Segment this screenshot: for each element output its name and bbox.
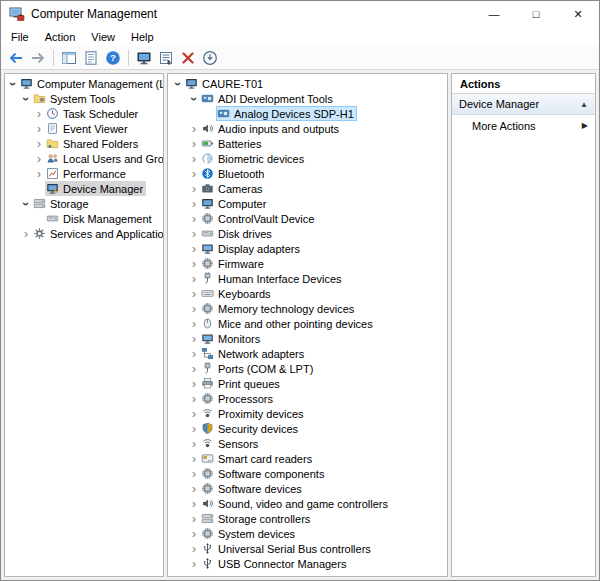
tree-item-computer[interactable]: ›Computer (168, 196, 447, 211)
help-button[interactable]: ? (103, 48, 123, 68)
menu-file[interactable]: File (3, 31, 37, 43)
chevron-collapsed-icon[interactable]: › (20, 227, 32, 241)
tree-item-system-tools[interactable]: ›System Tools (5, 91, 163, 106)
tree-item-software-components[interactable]: ›Software components (168, 466, 447, 481)
tree-item-device-manager[interactable]: Device Manager (5, 181, 163, 196)
chevron-collapsed-icon[interactable]: › (33, 107, 45, 121)
chevron-collapsed-icon[interactable]: › (188, 212, 200, 226)
minimize-button[interactable]: — (473, 1, 515, 27)
chevron-collapsed-icon[interactable]: › (188, 182, 200, 196)
chevron-collapsed-icon[interactable]: › (188, 452, 200, 466)
tree-item-security-devices[interactable]: ›Security devices (168, 421, 447, 436)
tree-item-content[interactable]: Processors (200, 391, 276, 406)
chevron-collapsed-icon[interactable]: › (33, 137, 45, 151)
tree-item-system-devices[interactable]: ›System devices (168, 526, 447, 541)
tree-item-content[interactable]: CAURE-T01 (184, 76, 266, 91)
tree-item-content[interactable]: Batteries (200, 136, 264, 151)
tree-item-content[interactable]: System Tools (32, 91, 118, 106)
chevron-expanded-icon[interactable]: › (19, 198, 33, 210)
chevron-expanded-icon[interactable]: › (171, 78, 185, 90)
chevron-collapsed-icon[interactable]: › (188, 347, 200, 361)
tree-item-content[interactable]: Keyboards (200, 286, 274, 301)
tree-item-computer-management-local[interactable]: ›Computer Management (Local (5, 76, 163, 91)
chevron-collapsed-icon[interactable]: › (188, 377, 200, 391)
scan-for-hardware-changes-button[interactable] (200, 48, 220, 68)
chevron-expanded-icon[interactable]: › (6, 78, 20, 90)
tree-item-controlvault-device[interactable]: ›ControlVault Device (168, 211, 447, 226)
tree-item-content[interactable]: Task Scheduler (45, 106, 141, 121)
menu-help[interactable]: Help (123, 31, 162, 43)
tree-item-disk-drives[interactable]: ›Disk drives (168, 226, 447, 241)
chevron-collapsed-icon[interactable]: › (188, 332, 200, 346)
tree-item-task-scheduler[interactable]: ›Task Scheduler (5, 106, 163, 121)
tree-item-content[interactable]: Shared Folders (45, 136, 141, 151)
tree-item-content[interactable]: Storage (32, 196, 92, 211)
properties-button[interactable] (156, 48, 176, 68)
tree-item-universal-serial-bus-controllers[interactable]: ›Universal Serial Bus controllers (168, 541, 447, 556)
tree-item-content[interactable]: Event Viewer (45, 121, 131, 136)
more-actions-item[interactable]: More Actions ▶ (452, 115, 595, 136)
tree-item-content[interactable]: Biometric devices (200, 151, 307, 166)
collapse-section-icon[interactable]: ▲ (580, 100, 588, 109)
tree-item-usb-connector-managers[interactable]: ›USB Connector Managers (168, 556, 447, 571)
tree-item-content[interactable]: Computer Management (Local (19, 76, 164, 91)
chevron-collapsed-icon[interactable]: › (188, 287, 200, 301)
show-hide-console-tree-button[interactable] (59, 48, 79, 68)
tree-item-batteries[interactable]: ›Batteries (168, 136, 447, 151)
chevron-expanded-icon[interactable]: › (19, 93, 33, 105)
tree-item-network-adapters[interactable]: ›Network adapters (168, 346, 447, 361)
tree-item-content[interactable]: Display adapters (200, 241, 303, 256)
uninstall-button[interactable] (178, 48, 198, 68)
tree-item-content[interactable]: Human Interface Devices (200, 271, 345, 286)
chevron-collapsed-icon[interactable]: › (33, 167, 45, 181)
tree-item-ports-com-lpt[interactable]: ›Ports (COM & LPT) (168, 361, 447, 376)
tree-item-content[interactable]: Sensors (200, 436, 261, 451)
tree-item-local-users-and-groups[interactable]: ›Local Users and Groups (5, 151, 163, 166)
tree-item-smart-card-readers[interactable]: ›Smart card readers (168, 451, 447, 466)
chevron-collapsed-icon[interactable]: › (188, 167, 200, 181)
tree-item-storage[interactable]: ›Storage (5, 196, 163, 211)
tree-item-monitors[interactable]: ›Monitors (168, 331, 447, 346)
computer-button[interactable] (134, 48, 154, 68)
tree-item-shared-folders[interactable]: ›Shared Folders (5, 136, 163, 151)
chevron-collapsed-icon[interactable]: › (188, 542, 200, 556)
chevron-collapsed-icon[interactable]: › (188, 272, 200, 286)
tree-item-keyboards[interactable]: ›Keyboards (168, 286, 447, 301)
tree-item-human-interface-devices[interactable]: ›Human Interface Devices (168, 271, 447, 286)
chevron-collapsed-icon[interactable]: › (188, 197, 200, 211)
tree-item-content[interactable]: Smart card readers (200, 451, 315, 466)
tree-item-performance[interactable]: ›Performance (5, 166, 163, 181)
chevron-collapsed-icon[interactable]: › (188, 482, 200, 496)
tree-item-disk-management[interactable]: Disk Management (5, 211, 163, 226)
tree-item-content[interactable]: Software components (200, 466, 327, 481)
tree-item-bluetooth[interactable]: ›Bluetooth (168, 166, 447, 181)
tree-item-services-and-applications[interactable]: ›Services and Applications (5, 226, 163, 241)
tree-item-content[interactable]: Analog Devices SDP-H1 (216, 106, 357, 121)
tree-item-event-viewer[interactable]: ›Event Viewer (5, 121, 163, 136)
chevron-collapsed-icon[interactable]: › (188, 497, 200, 511)
tree-item-content[interactable]: Firmware (200, 256, 267, 271)
tree-item-audio-inputs-and-outputs[interactable]: ›Audio inputs and outputs (168, 121, 447, 136)
back-button[interactable] (6, 48, 26, 68)
chevron-collapsed-icon[interactable]: › (188, 437, 200, 451)
tree-item-content[interactable]: Performance (45, 166, 129, 181)
chevron-collapsed-icon[interactable]: › (188, 392, 200, 406)
tree-item-content[interactable]: Device Manager (45, 181, 146, 196)
chevron-collapsed-icon[interactable]: › (188, 152, 200, 166)
tree-item-sound-video-and-game-controllers[interactable]: ›Sound, video and game controllers (168, 496, 447, 511)
tree-item-content[interactable]: ControlVault Device (200, 211, 317, 226)
chevron-collapsed-icon[interactable]: › (188, 257, 200, 271)
tree-item-content[interactable]: Services and Applications (32, 226, 164, 241)
chevron-expanded-icon[interactable]: › (187, 93, 201, 105)
chevron-collapsed-icon[interactable]: › (188, 527, 200, 541)
tree-item-content[interactable]: Universal Serial Bus controllers (200, 541, 374, 556)
chevron-collapsed-icon[interactable]: › (188, 227, 200, 241)
tree-item-content[interactable]: Memory technology devices (200, 301, 357, 316)
chevron-collapsed-icon[interactable]: › (33, 122, 45, 136)
tree-item-mice-and-other-pointing-devices[interactable]: ›Mice and other pointing devices (168, 316, 447, 331)
tree-item-cameras[interactable]: ›Cameras (168, 181, 447, 196)
tree-item-processors[interactable]: ›Processors (168, 391, 447, 406)
tree-item-content[interactable]: USB Connector Managers (200, 556, 349, 571)
chevron-collapsed-icon[interactable]: › (188, 362, 200, 376)
chevron-collapsed-icon[interactable]: › (188, 302, 200, 316)
